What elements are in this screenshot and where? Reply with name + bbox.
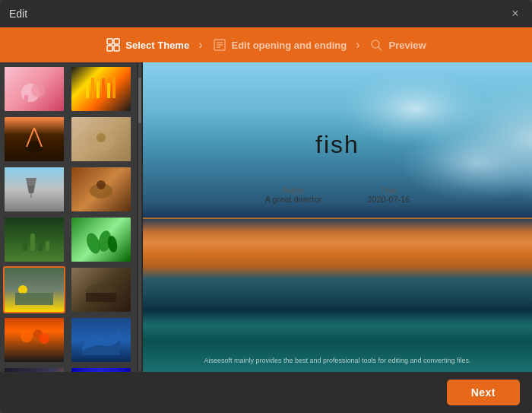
- svg-rect-0: [107, 39, 112, 44]
- thumbnail-13[interactable]: ⬇: [3, 367, 65, 372]
- scroll-track: [138, 62, 141, 372]
- step-select-theme-label: Select Theme: [125, 40, 189, 51]
- svg-point-28: [97, 180, 106, 189]
- svg-point-43: [39, 333, 49, 344]
- thumbnail-1[interactable]: [3, 65, 65, 113]
- thumbnail-5[interactable]: [3, 166, 65, 213]
- thumbnail-11[interactable]: [3, 316, 65, 364]
- svg-rect-31: [38, 238, 43, 251]
- meta-author: Author A great director: [265, 186, 322, 204]
- thumbnail-12[interactable]: [70, 316, 132, 364]
- grid-icon: [106, 37, 121, 52]
- edit-window: Edit × Select Theme ›: [0, 0, 532, 413]
- meta-time: Time 2020-07-16: [367, 186, 410, 204]
- thumbnail-8[interactable]: [70, 216, 132, 263]
- main-content: ⬇ ⬇: [0, 62, 532, 372]
- svg-point-53: [337, 70, 492, 148]
- thumb-bg-10: [71, 268, 131, 312]
- svg-rect-14: [91, 78, 94, 98]
- thumbnail-10[interactable]: [70, 266, 132, 313]
- svg-rect-13: [86, 80, 89, 98]
- svg-rect-17: [107, 83, 110, 98]
- thumbnail-3[interactable]: [3, 116, 65, 163]
- time-value: 2020-07-16: [367, 195, 410, 204]
- bottom-bar: Next: [0, 372, 532, 413]
- preview-background: fish Author A great director Time 2020-0…: [143, 62, 532, 372]
- step-sep-2: ›: [356, 38, 359, 52]
- preview-panel: fish Author A great director Time 2020-0…: [143, 62, 532, 372]
- thumb-bg-1: [5, 67, 64, 111]
- svg-rect-32: [46, 241, 49, 251]
- time-label: Time: [380, 186, 397, 195]
- svg-rect-1: [114, 39, 119, 44]
- svg-line-9: [378, 47, 382, 50]
- thumb-bg-12: [71, 318, 131, 362]
- svg-rect-30: [30, 234, 35, 251]
- step-preview[interactable]: Preview: [369, 37, 426, 52]
- thumbnail-6[interactable]: [70, 166, 132, 213]
- thumb-bg-14: [71, 368, 131, 372]
- svg-rect-38: [15, 293, 53, 305]
- thumbnail-14[interactable]: ⬇: [70, 367, 132, 372]
- svg-rect-40: [86, 293, 116, 302]
- thumb-bg-6: [71, 167, 131, 211]
- thumb-bg-3: [5, 117, 64, 161]
- thumb-bg-11: [5, 318, 64, 362]
- author-value: A great director: [265, 195, 322, 204]
- next-button[interactable]: Next: [447, 380, 520, 405]
- svg-point-11: [31, 84, 45, 97]
- thumb-bg-8: [71, 218, 131, 262]
- thumb-bg-13: [5, 368, 64, 372]
- author-label: Author: [282, 186, 304, 195]
- thumbnail-9[interactable]: [3, 266, 65, 313]
- svg-marker-25: [26, 178, 36, 186]
- svg-rect-3: [114, 46, 119, 51]
- svg-point-23: [97, 133, 106, 142]
- edit-icon: [212, 37, 227, 52]
- svg-rect-18: [112, 77, 116, 98]
- step-edit-opening[interactable]: Edit opening and ending: [212, 37, 347, 52]
- preview-footer-text: Aiseesoft mainly provides the best and p…: [204, 357, 470, 364]
- thumb-bg-9: [5, 268, 64, 312]
- svg-rect-15: [97, 81, 100, 98]
- step-select-theme[interactable]: Select Theme: [106, 37, 189, 52]
- thumb-bg-2: [71, 67, 131, 111]
- thumbnail-7[interactable]: [3, 216, 65, 263]
- step-preview-label: Preview: [388, 40, 426, 51]
- svg-rect-29: [23, 240, 27, 251]
- thumb-bg-4: [71, 117, 131, 161]
- title-bar: Edit ×: [0, 0, 532, 27]
- svg-rect-12: [24, 95, 28, 101]
- preview-meta: Author A great director Time 2020-07-16: [265, 186, 410, 204]
- svg-point-41: [21, 330, 33, 342]
- thumbnail-2[interactable]: [70, 65, 132, 113]
- step-edit-opening-label: Edit opening and ending: [232, 40, 347, 51]
- steps-bar: Select Theme › Edit opening and ending ›: [0, 27, 532, 62]
- thumb-bg-7: [5, 218, 64, 262]
- scroll-divider: [137, 62, 143, 372]
- scroll-thumb[interactable]: [138, 78, 141, 123]
- preview-title: fish: [315, 131, 359, 159]
- horizon-line: [143, 218, 532, 219]
- close-button[interactable]: ×: [508, 6, 523, 21]
- thumb-bg-5: [5, 167, 64, 211]
- svg-marker-26: [27, 186, 35, 193]
- thumbnail-panel: ⬇ ⬇: [0, 62, 137, 372]
- step-sep-1: ›: [198, 38, 202, 52]
- svg-rect-16: [102, 78, 105, 98]
- search-icon: [369, 37, 384, 52]
- window-title: Edit: [9, 8, 27, 20]
- thumbnail-4[interactable]: [70, 116, 132, 163]
- svg-rect-2: [107, 46, 112, 51]
